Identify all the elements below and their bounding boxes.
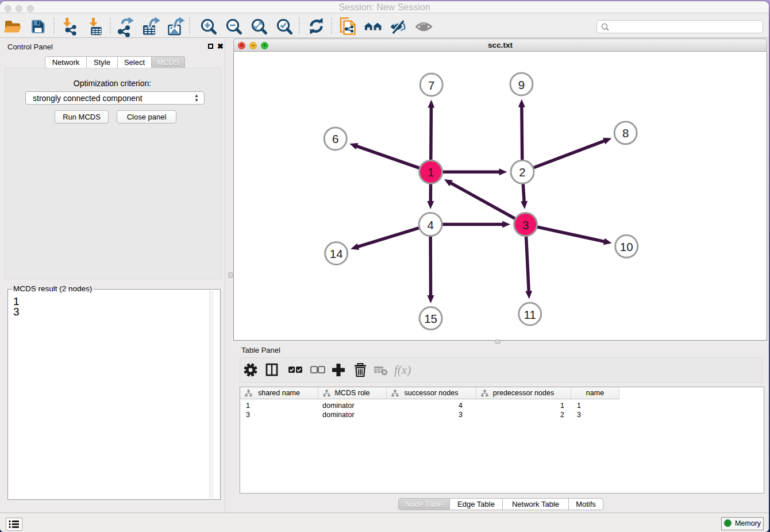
svg-text:7: 7 (428, 79, 434, 92)
svg-text:14: 14 (330, 247, 343, 260)
svg-text:11: 11 (524, 308, 536, 321)
svg-text:4: 4 (427, 218, 433, 232)
svg-text:6: 6 (332, 132, 338, 145)
svg-text:9: 9 (518, 78, 525, 91)
svg-text:8: 8 (622, 126, 629, 140)
svg-text:3: 3 (522, 218, 529, 232)
svg-text:2: 2 (519, 165, 525, 179)
svg-text:1: 1 (428, 165, 434, 179)
svg-text:10: 10 (620, 240, 633, 253)
svg-text:f(x): f(x) (394, 363, 411, 377)
svg-text:15: 15 (424, 312, 437, 325)
